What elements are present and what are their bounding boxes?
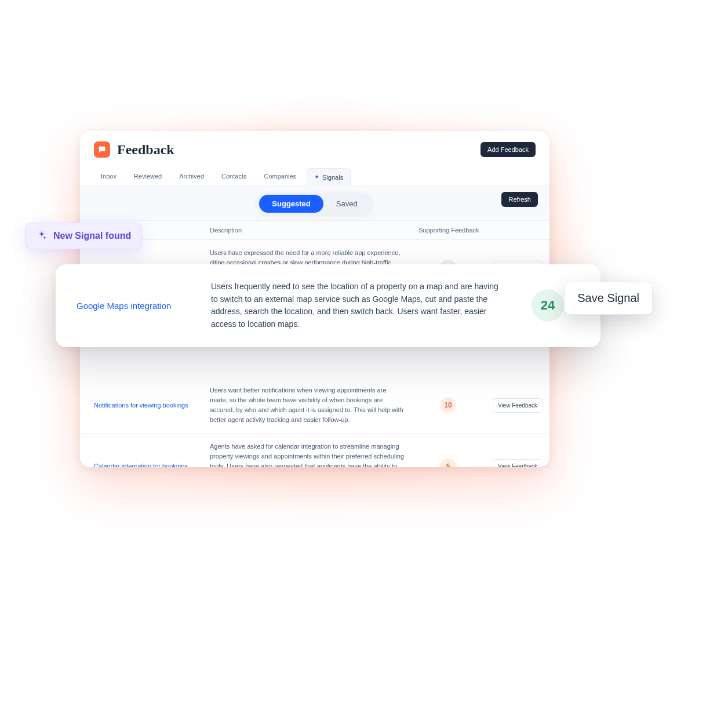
row-count-cell: 5 xyxy=(410,458,486,467)
app-logo-icon xyxy=(94,141,110,158)
tab-contacts[interactable]: Contacts xyxy=(214,168,253,185)
row-description: Agents have asked for calendar integrati… xyxy=(202,442,410,467)
highlight-description: Users frequently need to see the locatio… xyxy=(211,281,503,331)
page-title: Feedback xyxy=(117,142,174,158)
sparkle-icon xyxy=(36,230,48,242)
highlight-count-badge: 24 xyxy=(532,289,564,322)
tabs-row: Inbox Reviewed Archived Contacts Compani… xyxy=(80,162,549,186)
add-feedback-button[interactable]: Add Feedback xyxy=(481,142,536,157)
toggle-suggested[interactable]: Suggested xyxy=(259,195,323,213)
suggested-saved-toggle: Suggested Saved xyxy=(257,193,372,214)
table-header-row: Description Supporting Feedback xyxy=(80,221,549,240)
col-action xyxy=(486,227,549,234)
count-badge: 5 xyxy=(440,458,456,467)
view-feedback-button[interactable]: View Feedback xyxy=(493,398,543,413)
tab-signals[interactable]: ✦ Signals xyxy=(307,168,351,186)
toggle-saved[interactable]: Saved xyxy=(323,195,370,213)
row-title-link[interactable]: Calendar integration for bookings xyxy=(80,462,202,467)
view-feedback-button[interactable]: View Feedback xyxy=(493,459,543,467)
tab-archived[interactable]: Archived xyxy=(172,168,211,185)
tab-reviewed[interactable]: Reviewed xyxy=(127,168,169,185)
row-action-cell: View Feedback xyxy=(486,398,549,413)
col-description: Description xyxy=(202,227,410,234)
row-action-cell: View Feedback xyxy=(486,459,549,467)
tab-companies[interactable]: Companies xyxy=(257,168,303,185)
refresh-button[interactable]: Refresh xyxy=(501,192,538,207)
new-signal-label: New Signal found xyxy=(53,231,131,241)
title-wrap: Feedback xyxy=(94,141,174,158)
tab-inbox[interactable]: Inbox xyxy=(94,168,123,185)
signals-subheader: Suggested Saved Refresh xyxy=(80,186,549,221)
new-signal-found-badge: New Signal found xyxy=(25,223,142,249)
app-header: Feedback Add Feedback xyxy=(80,131,549,162)
row-count-cell: 10 xyxy=(410,397,486,413)
col-supporting: Supporting Feedback xyxy=(410,227,486,234)
table-row: Calendar integration for bookings Agents… xyxy=(80,434,549,467)
count-badge: 10 xyxy=(440,397,456,413)
tab-signals-label: Signals xyxy=(322,174,343,181)
highlight-title-link[interactable]: Google Maps integration xyxy=(77,301,198,311)
row-title-link[interactable]: Notifications for viewing bookings xyxy=(80,401,202,410)
sparkle-icon: ✦ xyxy=(314,173,319,181)
highlight-signal-card: Google Maps integration Users frequently… xyxy=(56,264,600,347)
table-row: Notifications for viewing bookings Users… xyxy=(80,377,549,434)
save-signal-button[interactable]: Save Signal xyxy=(564,282,653,315)
row-description: Users want better notifications when vie… xyxy=(202,385,410,425)
